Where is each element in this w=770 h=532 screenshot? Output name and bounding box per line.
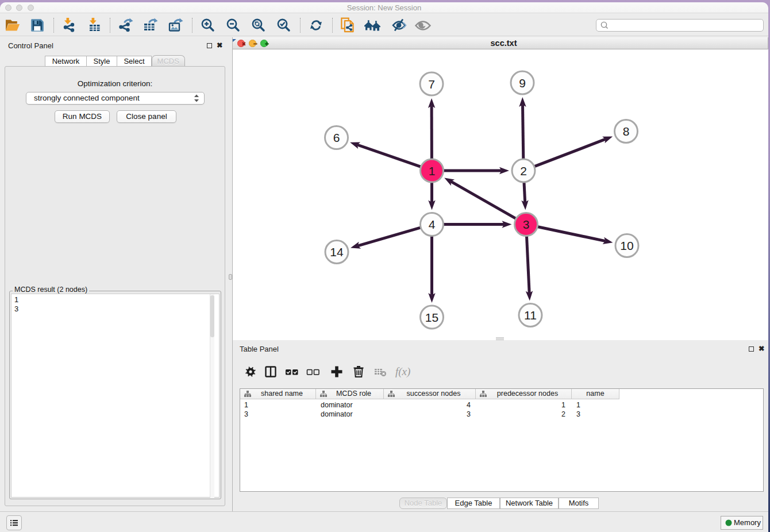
svg-text:15: 15 bbox=[425, 311, 438, 324]
svg-text:3: 3 bbox=[523, 218, 530, 231]
svg-text:2: 2 bbox=[520, 164, 527, 178]
svg-text:10: 10 bbox=[620, 239, 633, 252]
svg-text:1: 1 bbox=[429, 164, 436, 178]
svg-text:8: 8 bbox=[623, 125, 630, 138]
svg-text:6: 6 bbox=[333, 131, 340, 144]
svg-text:4: 4 bbox=[429, 218, 436, 231]
svg-text:11: 11 bbox=[524, 309, 537, 322]
svg-text:7: 7 bbox=[428, 78, 435, 91]
svg-text:9: 9 bbox=[519, 76, 526, 90]
svg-text:14: 14 bbox=[330, 245, 344, 259]
